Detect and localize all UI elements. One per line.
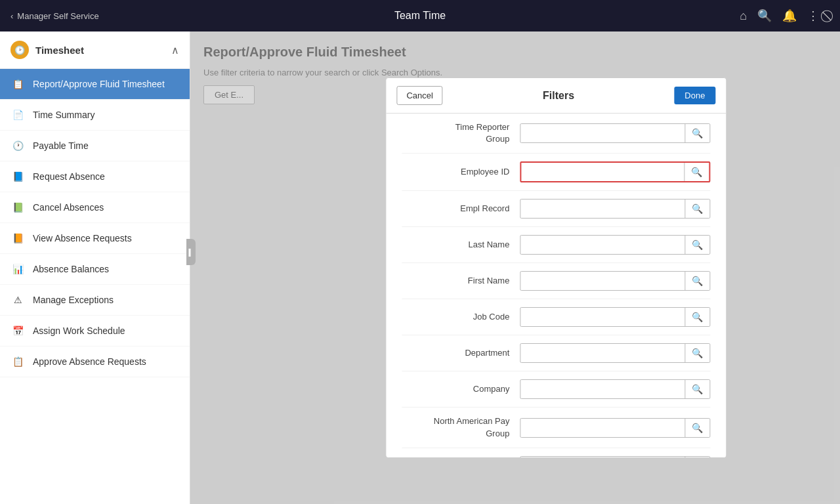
timesheet-icon: 🕑 — [10, 41, 29, 59]
filter-row-department: Department 🔍 — [402, 335, 710, 371]
filter-row-company: Company 🔍 — [402, 371, 710, 408]
filter-label-job-code: Job Code — [402, 311, 520, 323]
sidebar-icon-view-absence-requests: 📙 — [10, 231, 25, 245]
sidebar-label-request-absence: Request Absence — [33, 171, 105, 182]
filter-input-job-code[interactable] — [520, 308, 684, 326]
filter-input-wrap-company: 🔍 — [520, 379, 710, 399]
sidebar-header: 🕑 Timesheet ∧ — [0, 32, 190, 69]
filter-label-company: Company — [402, 383, 520, 395]
sidebar-items: 📋 Report/Approve Fluid Timesheet 📄 Time … — [0, 69, 190, 377]
app-title: Team Time — [394, 10, 446, 22]
filter-search-btn-north-american-pay-group[interactable]: 🔍 — [684, 419, 709, 437]
filter-label-time-reporter-group: Time ReporterGroup — [402, 121, 520, 145]
filter-input-first-name[interactable] — [520, 272, 684, 290]
sidebar-label-assign-work-schedule: Assign Work Schedule — [33, 326, 125, 336]
sidebar-item-cancel-absences[interactable]: 📗 Cancel Absences — [0, 192, 190, 223]
filter-label-empl-record: Empl Record — [402, 203, 520, 215]
sidebar-collapse-button[interactable]: ∧ — [171, 44, 179, 56]
more-icon[interactable]: ⋮ — [807, 9, 819, 23]
bell-icon[interactable]: 🔔 — [782, 9, 797, 23]
filter-search-btn-department[interactable]: 🔍 — [684, 344, 709, 362]
filter-input-north-american-pay-group[interactable] — [520, 419, 684, 436]
cancel-button[interactable]: Cancel — [396, 86, 442, 105]
filter-input-wrap-employee-id: 🔍 — [520, 161, 710, 182]
sidebar-label-view-absence-requests: View Absence Requests — [33, 233, 132, 243]
filter-input-wrap-north-american-pay-group: 🔍 — [520, 418, 710, 438]
filter-search-btn-empl-record[interactable]: 🔍 — [684, 200, 709, 218]
filter-search-btn-first-name[interactable]: 🔍 — [684, 272, 709, 290]
sidebar-icon-payable-time: 🕐 — [10, 138, 25, 153]
sidebar-label-cancel-absences: Cancel Absences — [33, 202, 104, 213]
sidebar-icon-report-approve: 📋 — [10, 77, 25, 91]
filter-search-btn-company[interactable]: 🔍 — [684, 380, 709, 398]
filter-row-job-code: Job Code 🔍 — [402, 299, 710, 335]
modal-header: Cancel Filters Done — [386, 78, 726, 114]
filter-label-last-name: Last Name — [402, 239, 520, 251]
filter-row-north-american-pay-group: North American PayGroup 🔍 — [402, 408, 710, 448]
filter-input-time-reporter-group[interactable] — [520, 125, 684, 142]
sidebar-icon-assign-work-schedule: 📅 — [10, 324, 25, 338]
sidebar-icon-time-summary: 📄 — [10, 108, 25, 122]
filter-label-department: Department — [402, 347, 520, 359]
sidebar-label-absence-balances: Absence Balances — [33, 264, 109, 274]
layout: 🕑 Timesheet ∧ 📋 Report/Approve Fluid Tim… — [0, 32, 840, 504]
home-icon[interactable]: ⌂ — [740, 9, 747, 23]
sidebar-icon-cancel-absences: 📗 — [10, 200, 25, 215]
sidebar-item-time-summary[interactable]: 📄 Time Summary — [0, 100, 190, 131]
filter-row-first-name: First Name 🔍 — [402, 263, 710, 299]
filter-search-btn-workgroup[interactable]: 🔍 — [684, 457, 709, 457]
filter-input-empl-record[interactable] — [520, 200, 684, 218]
filter-search-btn-job-code[interactable]: 🔍 — [684, 308, 709, 326]
sidebar-label-report-approve: Report/Approve Fluid Timesheet — [33, 79, 165, 89]
filter-input-wrap-empl-record: 🔍 — [520, 199, 710, 219]
sidebar-label-time-summary: Time Summary — [33, 110, 94, 120]
back-icon: ‹ — [10, 11, 13, 21]
sidebar-item-approve-absence-requests[interactable]: 📋 Approve Absence Requests — [0, 346, 190, 377]
filter-search-btn-last-name[interactable]: 🔍 — [684, 236, 709, 254]
back-label: Manager Self Service — [17, 11, 98, 21]
main-content: Report/Approve Fluid Timesheet Use filte… — [190, 32, 840, 504]
filter-input-wrap-job-code: 🔍 — [520, 307, 710, 327]
filter-input-workgroup[interactable] — [520, 457, 684, 457]
filter-input-department[interactable] — [520, 345, 684, 362]
back-button[interactable]: ‹ Manager Self Service — [10, 11, 99, 21]
filter-search-btn-employee-id[interactable]: 🔍 — [684, 163, 709, 181]
filter-input-wrap-time-reporter-group: 🔍 — [520, 123, 710, 143]
filter-row-employee-id: Employee ID 🔍 — [402, 154, 710, 191]
sidebar-label-manage-exceptions: Manage Exceptions — [33, 295, 114, 305]
sidebar-item-assign-work-schedule[interactable]: 📅 Assign Work Schedule — [0, 316, 190, 346]
filter-input-employee-id[interactable] — [521, 163, 684, 181]
sidebar: 🕑 Timesheet ∧ 📋 Report/Approve Fluid Tim… — [0, 32, 190, 504]
filters-modal: Cancel Filters Done Time ReporterGroup 🔍… — [385, 77, 726, 458]
filter-input-company[interactable] — [520, 381, 684, 398]
filter-search-btn-time-reporter-group[interactable]: 🔍 — [684, 124, 709, 142]
top-nav-left: ‹ Manager Self Service — [10, 11, 99, 21]
filter-label-north-american-pay-group: North American PayGroup — [402, 415, 520, 439]
search-icon[interactable]: 🔍 — [757, 9, 772, 23]
filter-input-last-name[interactable] — [520, 236, 684, 254]
top-nav: ‹ Manager Self Service Team Time ⌂ 🔍 🔔 ⋮… — [0, 0, 840, 32]
filter-input-wrap-workgroup: 🔍 — [520, 456, 710, 457]
filter-row-workgroup: Workgroup 🔍 — [402, 448, 710, 457]
filter-row-time-reporter-group: Time ReporterGroup 🔍 — [402, 114, 710, 154]
sidebar-header-left: 🕑 Timesheet — [10, 41, 84, 59]
filter-row-empl-record: Empl Record 🔍 — [402, 191, 710, 227]
sidebar-item-manage-exceptions[interactable]: ⚠ Manage Exceptions — [0, 285, 190, 316]
filter-input-wrap-department: 🔍 — [520, 343, 710, 363]
sidebar-title: Timesheet — [35, 45, 84, 56]
sidebar-item-report-approve[interactable]: 📋 Report/Approve Fluid Timesheet — [0, 69, 190, 100]
modal-title: Filters — [543, 90, 574, 102]
done-button[interactable]: Done — [674, 87, 715, 104]
sidebar-icon-approve-absence-requests: 📋 — [10, 354, 25, 369]
sidebar-icon-manage-exceptions: ⚠ — [10, 293, 25, 307]
sidebar-item-payable-time[interactable]: 🕐 Payable Time — [0, 131, 190, 161]
filter-label-employee-id: Employee ID — [402, 166, 520, 178]
sidebar-item-view-absence-requests[interactable]: 📙 View Absence Requests — [0, 223, 190, 254]
sidebar-label-payable-time: Payable Time — [33, 140, 89, 151]
filter-row-last-name: Last Name 🔍 — [402, 227, 710, 263]
sidebar-item-absence-balances[interactable]: 📊 Absence Balances — [0, 254, 190, 285]
sidebar-icon-absence-balances: 📊 — [10, 262, 25, 276]
modal-body: Time ReporterGroup 🔍 Employee ID 🔍 Empl … — [386, 114, 726, 457]
filter-input-wrap-first-name: 🔍 — [520, 271, 710, 291]
sidebar-item-request-absence[interactable]: 📘 Request Absence — [0, 161, 190, 192]
